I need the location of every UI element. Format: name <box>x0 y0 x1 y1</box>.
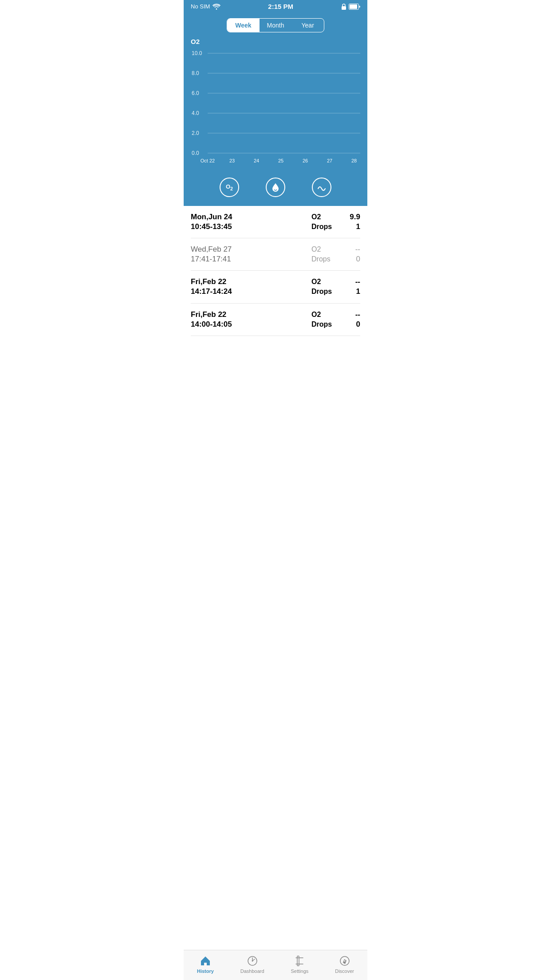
item-time: 14:00-14:05 <box>191 320 232 329</box>
metric-label: O2 <box>311 213 333 221</box>
metric-label: Drops <box>311 255 333 263</box>
metric-row: Drops 1 <box>311 222 360 231</box>
metric-value: 0 <box>347 320 360 329</box>
segment-year[interactable]: Year <box>291 19 324 32</box>
metric-row: O2 -- <box>311 277 360 286</box>
svg-text:0.0: 0.0 <box>192 150 199 156</box>
segment-control: Week Month Year <box>227 18 324 32</box>
svg-text:27: 27 <box>327 158 332 163</box>
carrier-label: No SIM <box>191 3 210 10</box>
status-bar: No SIM 2:15 PM <box>184 0 367 13</box>
history-item[interactable]: Mon,Jun 24 10:45-13:45 O2 9.9 Drops 1 <box>191 206 360 238</box>
item-date-time: Mon,Jun 24 10:45-13:45 <box>191 212 232 232</box>
segment-week[interactable]: Week <box>227 19 260 32</box>
metric-row: Drops 0 <box>311 255 360 264</box>
metric-row: O2 -- <box>311 245 360 254</box>
item-metrics: O2 -- Drops 0 <box>311 310 360 329</box>
history-list: Mon,Jun 24 10:45-13:45 O2 9.9 Drops 1 We… <box>184 206 367 336</box>
svg-text:10.0: 10.0 <box>192 50 202 56</box>
metric-value: -- <box>347 245 360 254</box>
svg-text:24: 24 <box>254 158 259 163</box>
item-metrics: O2 -- Drops 0 <box>311 245 360 264</box>
chart-title: O2 <box>191 38 360 45</box>
metric-row: O2 -- <box>311 310 360 319</box>
item-date: Mon,Jun 24 <box>191 212 232 222</box>
item-date: Wed,Feb 27 <box>191 245 232 254</box>
chart-icon-row: O2 <box>191 178 360 199</box>
metric-value: -- <box>347 310 360 319</box>
metric-label: O2 <box>311 311 333 319</box>
drop-icon <box>266 178 285 197</box>
svg-text:4.0: 4.0 <box>192 110 199 116</box>
segment-month[interactable]: Month <box>260 19 292 32</box>
item-metrics: O2 9.9 Drops 1 <box>311 213 360 231</box>
svg-rect-3 <box>350 4 357 9</box>
item-date-time: Fri,Feb 22 14:17-14:24 <box>191 277 232 296</box>
chart-svg: 10.0 8.0 6.0 4.0 2.0 0.0 Oct 22 23 24 25… <box>191 47 360 171</box>
o2-icon: O2 <box>220 178 239 197</box>
svg-text:25: 25 <box>278 158 283 163</box>
svg-rect-1 <box>342 6 346 10</box>
history-item[interactable]: Wed,Feb 27 17:41-17:41 O2 -- Drops 0 <box>191 238 360 271</box>
item-time: 17:41-17:41 <box>191 254 232 264</box>
item-time: 14:17-14:24 <box>191 287 232 296</box>
metric-row: O2 9.9 <box>311 213 360 221</box>
metric-value: -- <box>347 277 360 286</box>
svg-text:2.0: 2.0 <box>192 130 199 136</box>
metric-value: 0 <box>347 255 360 264</box>
svg-point-0 <box>216 8 217 10</box>
metric-label: Drops <box>311 320 333 328</box>
metric-value: 1 <box>347 222 360 231</box>
metric-label: Drops <box>311 223 333 231</box>
svg-text:8.0: 8.0 <box>192 70 199 76</box>
svg-text:28: 28 <box>351 158 357 163</box>
item-date-time: Fri,Feb 22 14:00-14:05 <box>191 310 232 329</box>
wifi-icon <box>213 4 220 10</box>
chart-area: 10.0 8.0 6.0 4.0 2.0 0.0 Oct 22 23 24 25… <box>191 47 360 173</box>
metric-label: O2 <box>311 278 333 286</box>
metric-value: 9.9 <box>347 213 360 221</box>
svg-text:23: 23 <box>229 158 235 163</box>
metric-label: O2 <box>311 245 333 253</box>
status-right <box>341 3 360 10</box>
chart-container: Week Month Year O2 10.0 8.0 6.0 4.0 2.0 … <box>184 13 367 206</box>
metric-value: 1 <box>347 287 360 296</box>
item-date: Fri,Feb 22 <box>191 277 232 287</box>
status-time: 2:15 PM <box>268 3 293 10</box>
status-left: No SIM <box>191 3 220 10</box>
item-metrics: O2 -- Drops 1 <box>311 277 360 296</box>
history-item[interactable]: Fri,Feb 22 14:00-14:05 O2 -- Drops 0 <box>191 304 360 336</box>
wave-icon <box>312 178 331 197</box>
item-date: Fri,Feb 22 <box>191 310 232 320</box>
metric-row: Drops 1 <box>311 287 360 296</box>
svg-text:26: 26 <box>303 158 308 163</box>
metric-row: Drops 0 <box>311 320 360 329</box>
history-item[interactable]: Fri,Feb 22 14:17-14:24 O2 -- Drops 1 <box>191 271 360 303</box>
svg-text:Oct 22: Oct 22 <box>201 158 215 163</box>
metric-label: Drops <box>311 288 333 296</box>
svg-text:6.0: 6.0 <box>192 90 199 96</box>
battery-icon <box>349 4 360 10</box>
lock-icon <box>341 3 347 10</box>
item-date-time: Wed,Feb 27 17:41-17:41 <box>191 245 232 264</box>
item-time: 10:45-13:45 <box>191 222 232 232</box>
